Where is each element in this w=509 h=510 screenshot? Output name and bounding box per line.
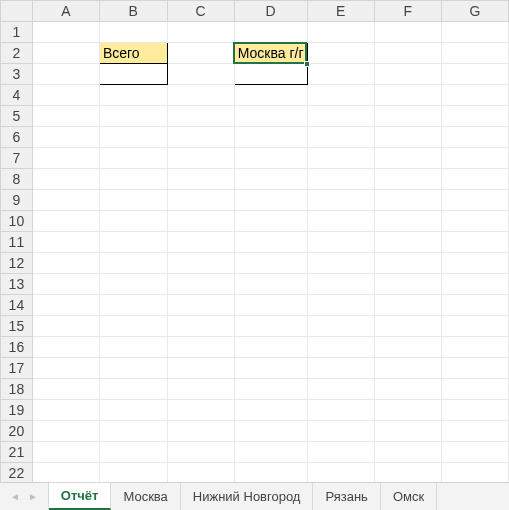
cell-D21[interactable] bbox=[234, 442, 307, 463]
cell-G2[interactable] bbox=[441, 43, 508, 64]
cell-C5[interactable] bbox=[167, 106, 234, 127]
cell-E19[interactable] bbox=[307, 400, 374, 421]
cell-A16[interactable] bbox=[32, 337, 99, 358]
cell-C7[interactable] bbox=[167, 148, 234, 169]
cell-C1[interactable] bbox=[167, 22, 234, 43]
cell-A14[interactable] bbox=[32, 295, 99, 316]
col-header-E[interactable]: E bbox=[307, 1, 374, 22]
cell-B8[interactable] bbox=[99, 169, 167, 190]
row-header-15[interactable]: 15 bbox=[1, 316, 33, 337]
cell-D19[interactable] bbox=[234, 400, 307, 421]
cell-D13[interactable] bbox=[234, 274, 307, 295]
cell-D3[interactable] bbox=[234, 64, 307, 85]
cell-D15[interactable] bbox=[234, 316, 307, 337]
cell-D20[interactable] bbox=[234, 421, 307, 442]
cell-A22[interactable] bbox=[32, 463, 99, 483]
cell-B15[interactable] bbox=[99, 316, 167, 337]
cell-F15[interactable] bbox=[374, 316, 441, 337]
cell-E12[interactable] bbox=[307, 253, 374, 274]
select-all-corner[interactable] bbox=[1, 1, 33, 22]
cell-G10[interactable] bbox=[441, 211, 508, 232]
cell-C9[interactable] bbox=[167, 190, 234, 211]
cell-G7[interactable] bbox=[441, 148, 508, 169]
tab-prev-icon[interactable]: ◄ bbox=[10, 492, 20, 502]
cell-C8[interactable] bbox=[167, 169, 234, 190]
cell-G5[interactable] bbox=[441, 106, 508, 127]
cell-F16[interactable] bbox=[374, 337, 441, 358]
sheet-tab-1[interactable]: Москва bbox=[111, 483, 180, 510]
row-header-1[interactable]: 1 bbox=[1, 22, 33, 43]
cell-A6[interactable] bbox=[32, 127, 99, 148]
worksheet-area[interactable]: ABCDEFG 12ВсегоМосква г/г345678910111213… bbox=[0, 0, 509, 482]
row-header-20[interactable]: 20 bbox=[1, 421, 33, 442]
cell-B6[interactable] bbox=[99, 127, 167, 148]
cell-C4[interactable] bbox=[167, 85, 234, 106]
cell-G13[interactable] bbox=[441, 274, 508, 295]
cell-B14[interactable] bbox=[99, 295, 167, 316]
cell-D6[interactable] bbox=[234, 127, 307, 148]
cell-F1[interactable] bbox=[374, 22, 441, 43]
cell-F22[interactable] bbox=[374, 463, 441, 483]
cell-A17[interactable] bbox=[32, 358, 99, 379]
cell-G22[interactable] bbox=[441, 463, 508, 483]
col-header-F[interactable]: F bbox=[374, 1, 441, 22]
cell-A18[interactable] bbox=[32, 379, 99, 400]
cell-C16[interactable] bbox=[167, 337, 234, 358]
cell-B21[interactable] bbox=[99, 442, 167, 463]
cell-G20[interactable] bbox=[441, 421, 508, 442]
cell-C3[interactable] bbox=[167, 64, 234, 85]
cell-A13[interactable] bbox=[32, 274, 99, 295]
cell-E7[interactable] bbox=[307, 148, 374, 169]
cell-G15[interactable] bbox=[441, 316, 508, 337]
cell-E17[interactable] bbox=[307, 358, 374, 379]
cell-F4[interactable] bbox=[374, 85, 441, 106]
cell-E16[interactable] bbox=[307, 337, 374, 358]
cell-B3[interactable] bbox=[99, 64, 167, 85]
cell-G4[interactable] bbox=[441, 85, 508, 106]
cell-E20[interactable] bbox=[307, 421, 374, 442]
cell-D14[interactable] bbox=[234, 295, 307, 316]
cell-G9[interactable] bbox=[441, 190, 508, 211]
cell-E18[interactable] bbox=[307, 379, 374, 400]
row-header-12[interactable]: 12 bbox=[1, 253, 33, 274]
cell-D10[interactable] bbox=[234, 211, 307, 232]
cell-C6[interactable] bbox=[167, 127, 234, 148]
cell-D5[interactable] bbox=[234, 106, 307, 127]
cell-B18[interactable] bbox=[99, 379, 167, 400]
cell-E8[interactable] bbox=[307, 169, 374, 190]
cell-E10[interactable] bbox=[307, 211, 374, 232]
cell-D18[interactable] bbox=[234, 379, 307, 400]
row-header-17[interactable]: 17 bbox=[1, 358, 33, 379]
cell-F3[interactable] bbox=[374, 64, 441, 85]
row-header-10[interactable]: 10 bbox=[1, 211, 33, 232]
row-header-7[interactable]: 7 bbox=[1, 148, 33, 169]
col-header-C[interactable]: C bbox=[167, 1, 234, 22]
cell-B19[interactable] bbox=[99, 400, 167, 421]
cell-E15[interactable] bbox=[307, 316, 374, 337]
cell-C20[interactable] bbox=[167, 421, 234, 442]
cell-G12[interactable] bbox=[441, 253, 508, 274]
cell-G14[interactable] bbox=[441, 295, 508, 316]
cell-B20[interactable] bbox=[99, 421, 167, 442]
cell-D16[interactable] bbox=[234, 337, 307, 358]
fill-handle[interactable] bbox=[304, 61, 310, 67]
cell-G16[interactable] bbox=[441, 337, 508, 358]
cell-G11[interactable] bbox=[441, 232, 508, 253]
cell-A12[interactable] bbox=[32, 253, 99, 274]
cell-D1[interactable] bbox=[234, 22, 307, 43]
cell-E9[interactable] bbox=[307, 190, 374, 211]
cell-E1[interactable] bbox=[307, 22, 374, 43]
cell-D12[interactable] bbox=[234, 253, 307, 274]
cell-A4[interactable] bbox=[32, 85, 99, 106]
cell-E3[interactable] bbox=[307, 64, 374, 85]
col-header-A[interactable]: A bbox=[32, 1, 99, 22]
cell-A11[interactable] bbox=[32, 232, 99, 253]
cell-B12[interactable] bbox=[99, 253, 167, 274]
cell-B11[interactable] bbox=[99, 232, 167, 253]
row-header-22[interactable]: 22 bbox=[1, 463, 33, 483]
cell-G6[interactable] bbox=[441, 127, 508, 148]
cell-F10[interactable] bbox=[374, 211, 441, 232]
cell-C14[interactable] bbox=[167, 295, 234, 316]
cell-B5[interactable] bbox=[99, 106, 167, 127]
row-header-8[interactable]: 8 bbox=[1, 169, 33, 190]
